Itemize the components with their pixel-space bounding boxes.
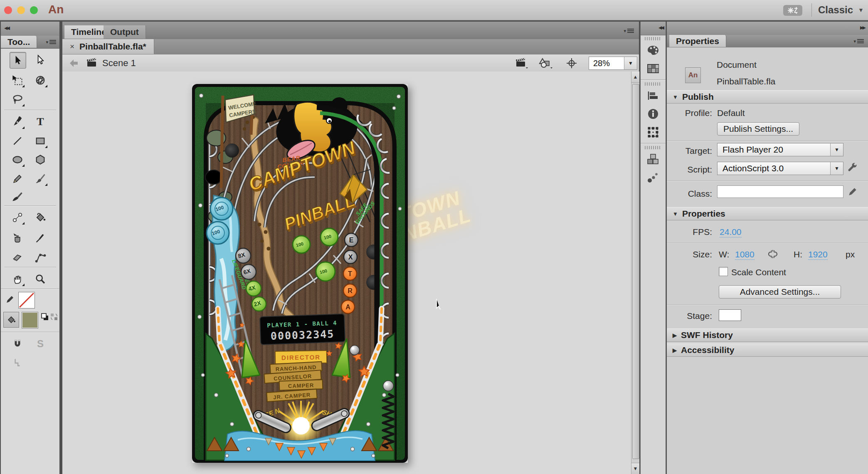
brush-tool[interactable]: [10, 189, 25, 205]
script-dropdown[interactable]: ActionScript 3.0 ▼: [717, 162, 843, 175]
zoom-tool[interactable]: [32, 271, 48, 287]
fill-color-bucket-icon[interactable]: [3, 312, 19, 328]
line-tool[interactable]: [10, 133, 25, 149]
back-arrow-icon[interactable]: [69, 59, 79, 68]
free-transform-tool[interactable]: [10, 72, 25, 88]
minimize-window-button[interactable]: [17, 6, 25, 14]
dock-collapse-bar[interactable]: ◀◀: [641, 22, 666, 35]
document-tab-pinballtable[interactable]: × PinballTable.fla*: [62, 39, 154, 54]
timeline-document-panel: Timeline Output ▾ × PinballTable.fla*: [62, 22, 639, 474]
workspace-switcher-icon-button[interactable]: [783, 5, 802, 16]
ink-bottle-tool[interactable]: [10, 230, 25, 246]
smooth-option-icon[interactable]: S: [32, 336, 48, 352]
pinball-table-artwork[interactable]: WELCOME CAMPERS BEAR: [192, 84, 408, 463]
stage-color-swatch[interactable]: [719, 309, 741, 321]
swatches-panel-icon[interactable]: [644, 60, 662, 77]
width-value[interactable]: 1080: [735, 249, 755, 260]
target-dropdown[interactable]: Flash Player 20 ▼: [717, 143, 843, 156]
oval-tool[interactable]: [10, 152, 25, 168]
tab-properties[interactable]: Properties: [669, 35, 726, 47]
publish-section-header[interactable]: ▼ Publish: [667, 90, 868, 104]
center-tabstrip: Timeline Output ▾: [62, 22, 639, 40]
motion-presets-panel-icon[interactable]: [644, 169, 662, 186]
scroll-down-button[interactable]: ▼: [631, 463, 639, 474]
workspace-label: Classic: [818, 4, 853, 16]
script-settings-wrench-icon[interactable]: [846, 163, 858, 174]
black-white-colors-icon[interactable]: [41, 313, 49, 321]
paint-bucket-tool[interactable]: [32, 210, 48, 225]
properties-section-header[interactable]: ▼ Properties: [667, 207, 868, 220]
scrollbar-thumb[interactable]: [632, 84, 639, 459]
collapsed-panel-dock: ◀◀: [640, 22, 666, 474]
transform-panel-icon[interactable]: [644, 124, 662, 141]
scale-content-label: Scale Content: [731, 267, 786, 277]
bone-tool[interactable]: [10, 210, 25, 225]
lasso-tool[interactable]: [10, 91, 25, 107]
zoom-window-button[interactable]: [30, 6, 38, 14]
zoom-caret-icon[interactable]: ▼: [624, 57, 637, 69]
tools-panel-tab[interactable]: Too...: [1, 36, 37, 48]
center-frame-icon[interactable]: [566, 58, 577, 69]
profile-value: Default: [717, 108, 745, 118]
accessibility-section-header[interactable]: ▶ Accessibility: [667, 343, 868, 357]
properties-panel-menu-icon[interactable]: ▾: [853, 39, 864, 44]
scroll-up-button[interactable]: ▲: [631, 72, 639, 83]
zoom-level-value: 28%: [589, 57, 624, 69]
triangle-right-icon: ▶: [673, 332, 677, 338]
rectangle-tool[interactable]: [32, 133, 48, 149]
snap-magnet-icon[interactable]: [10, 336, 25, 352]
swf-history-section-header[interactable]: ▶ SWF History: [667, 328, 868, 342]
close-window-button[interactable]: [4, 6, 12, 14]
zoom-level-combobox[interactable]: 28% ▼: [589, 57, 637, 70]
text-tool[interactable]: T: [32, 114, 48, 130]
3d-rotation-tool[interactable]: [32, 72, 48, 88]
chevron-down-icon: ▼: [858, 7, 864, 13]
width-tool[interactable]: [32, 249, 48, 265]
height-value[interactable]: 1920: [808, 249, 828, 260]
unlink-dimensions-icon[interactable]: [767, 248, 779, 260]
stroke-color-swatch[interactable]: [18, 292, 35, 309]
triangle-right-icon: ▶: [673, 347, 677, 353]
pencil-tool[interactable]: [10, 171, 25, 187]
edit-scene-icon[interactable]: [515, 58, 528, 69]
stroke-color-pencil-icon[interactable]: [5, 294, 15, 304]
align-panel-icon[interactable]: [644, 87, 662, 104]
pen-tool[interactable]: [10, 114, 25, 130]
tools-collapse-bar[interactable]: ◀◀: [1, 22, 59, 36]
publish-settings-button[interactable]: Publish Settings...: [717, 122, 799, 136]
stage-canvas[interactable]: CAMPTOWN PINBALL: [62, 72, 631, 474]
class-input[interactable]: [717, 185, 843, 198]
info-panel-icon[interactable]: [644, 106, 662, 122]
workspace-dropdown[interactable]: Classic ▼: [818, 3, 864, 17]
fps-value[interactable]: 24.00: [720, 227, 742, 237]
width-label: W:: [719, 249, 729, 259]
profile-label: Profile:: [667, 108, 712, 118]
svg-text:X: X: [348, 254, 353, 261]
swap-colors-icon[interactable]: [50, 313, 58, 321]
subselection-tool[interactable]: [32, 52, 48, 68]
eraser-tool[interactable]: [10, 249, 25, 265]
tools-panel-menu-icon[interactable]: ▾: [46, 40, 56, 45]
fill-color-swatch[interactable]: [22, 312, 38, 328]
tab-output[interactable]: Output: [104, 25, 146, 39]
polystar-tool[interactable]: [32, 152, 48, 168]
eyedropper-tool[interactable]: [32, 230, 48, 246]
straighten-option-icon[interactable]: [10, 354, 25, 370]
svg-text:A: A: [345, 304, 350, 311]
edit-symbols-icon[interactable]: [539, 58, 553, 69]
scale-content-checkbox[interactable]: [719, 267, 728, 276]
target-label: Target:: [667, 146, 712, 156]
breadcrumb-scene-label[interactable]: Scene 1: [102, 58, 136, 69]
color-panel-icon[interactable]: [644, 42, 662, 59]
class-label: Class:: [667, 189, 712, 199]
canvas-vertical-scrollbar[interactable]: ▲ ▼: [631, 72, 639, 474]
properties-collapse-bar[interactable]: ▶▶: [667, 22, 868, 35]
paint-brush-tool[interactable]: [32, 171, 48, 187]
library-panel-icon[interactable]: [644, 151, 662, 168]
hand-tool[interactable]: [10, 271, 25, 287]
advanced-settings-button[interactable]: Advanced Settings...: [719, 285, 841, 299]
class-edit-pencil-icon[interactable]: [847, 186, 858, 197]
selection-tool[interactable]: [10, 52, 26, 69]
close-document-icon[interactable]: ×: [70, 42, 74, 51]
timeline-panel-menu-icon[interactable]: ▾: [624, 28, 634, 34]
